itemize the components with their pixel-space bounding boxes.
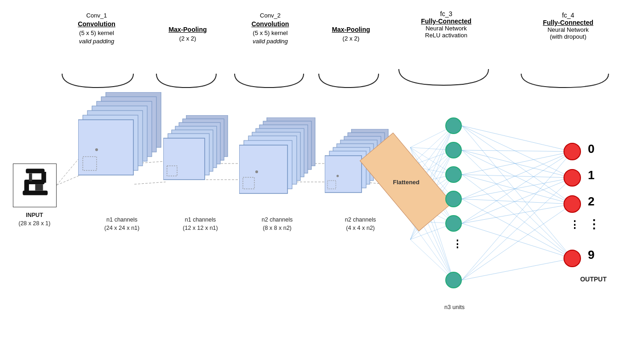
svg-rect-5 [23, 191, 47, 195]
svg-rect-14 [78, 120, 133, 175]
conv2-ch-label: n2 channels [242, 216, 313, 223]
output-node-0 [564, 143, 581, 160]
output-node-9 [564, 250, 581, 267]
output-label-9: 9 [588, 248, 594, 262]
maxpool2-brace [316, 71, 381, 90]
fc3-brace [397, 67, 491, 88]
fc3-node-4 [445, 191, 462, 207]
output-label-2: 2 [588, 194, 594, 209]
svg-rect-23 [163, 138, 205, 180]
diagram: INPUT (28 x 28 x 1) Conv_1 Convolution (… [0, 0, 644, 345]
input-image [13, 164, 57, 207]
fc4-label: fc_4 Fully-Connected Neural Network (wit… [522, 12, 614, 40]
fc3-node-5 [445, 215, 462, 232]
svg-rect-32 [239, 145, 288, 193]
input-label: INPUT [2, 212, 67, 218]
output-dots-label: ⋮ [588, 217, 600, 232]
pool2-dim: (4 x 4 x n2) [325, 225, 396, 231]
maxpool1-brace [154, 71, 218, 90]
fc3-node-2 [445, 142, 462, 158]
pool1-feature-maps [163, 115, 237, 223]
fc3-node-3 [445, 166, 462, 183]
svg-rect-42 [325, 156, 362, 193]
output-label-1: 1 [588, 168, 594, 182]
conv1-brace [60, 71, 136, 90]
fc3-dots: ⋮ [452, 238, 462, 250]
conv2-brace [232, 71, 306, 90]
svg-rect-7 [35, 184, 43, 191]
svg-point-34 [255, 170, 258, 173]
flatten-label: Flattened [393, 179, 420, 186]
fc3-node-6 [445, 272, 462, 288]
svg-rect-6 [29, 173, 32, 181]
conv1-dim: (24 x 24 x n1) [83, 225, 161, 231]
output-label-0: 0 [588, 142, 594, 156]
svg-point-44 [337, 175, 339, 177]
maxpool1-label: Max-Pooling (2 x 2) [155, 25, 220, 43]
output-node-1 [564, 169, 581, 187]
conv2-feature-maps [239, 117, 322, 225]
maxpool2-label: Max-Pooling (2 x 2) [319, 25, 383, 43]
svg-point-16 [95, 148, 98, 151]
output-node-2 [564, 195, 581, 213]
fc4-brace [519, 71, 611, 90]
output-label: OUTPUT [566, 275, 621, 283]
conv1-ch-label: n1 channels [83, 216, 161, 223]
fc3-node-1 [445, 117, 462, 134]
fc3-label: fc_3 Fully-Connected Neural Network ReLU… [400, 10, 492, 39]
conv2-dim: (8 x 8 x n2) [242, 225, 313, 231]
fc3-units-label: n3 units [431, 304, 477, 310]
output-dots: ⋮ [569, 219, 580, 231]
conv2-label: Conv_2 Convolution (5 x 5) kernel valid … [235, 12, 306, 46]
pool2-ch-label: n2 channels [325, 216, 396, 223]
conv1-label: Conv_1 Convolution (5 x 5) kernel valid … [62, 12, 131, 46]
conv1-feature-maps [78, 92, 170, 223]
pool1-dim: (12 x 12 x n1) [165, 225, 236, 231]
input-dim: (28 x 28 x 1) [2, 220, 67, 227]
pool1-ch-label: n1 channels [165, 216, 236, 223]
